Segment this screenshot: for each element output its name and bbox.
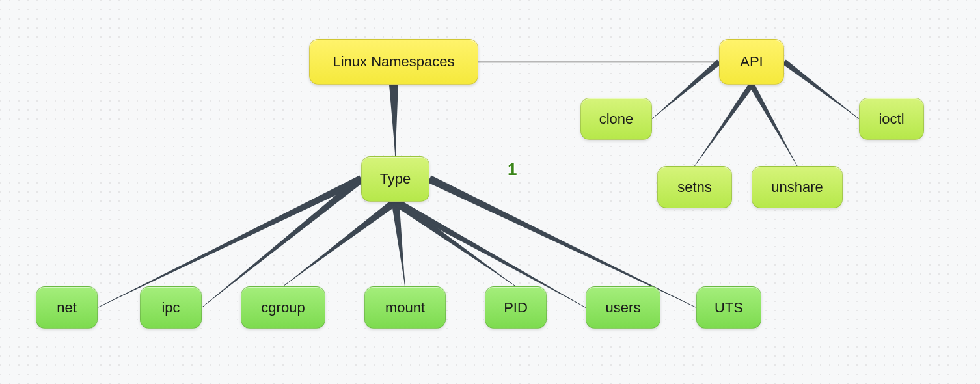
- node-label: setns: [677, 179, 712, 196]
- svg-line-2: [784, 62, 859, 119]
- node-label: UTS: [715, 299, 743, 316]
- node-label: ioctl: [878, 111, 904, 128]
- node-pid[interactable]: PID: [485, 286, 547, 329]
- svg-line-4: [752, 85, 797, 166]
- edge-type-cgroup: [283, 199, 398, 286]
- node-net[interactable]: net: [36, 286, 98, 329]
- node-label: unshare: [771, 179, 823, 196]
- node-setns[interactable]: setns: [657, 166, 732, 208]
- svg-line-3: [695, 85, 752, 166]
- edge-api-setns: [695, 83, 754, 166]
- node-label: API: [740, 53, 763, 70]
- node-label: clone: [599, 111, 634, 128]
- node-label: ipc: [161, 299, 180, 316]
- node-label: PID: [504, 299, 528, 316]
- mindmap-canvas: Linux Namespaces API Type clone ioctl se…: [0, 0, 980, 384]
- edge-type-mount: [392, 201, 405, 286]
- node-cgroup[interactable]: cgroup: [241, 286, 325, 329]
- edge-type-net: [98, 176, 363, 308]
- node-ioctl[interactable]: ioctl: [859, 98, 924, 140]
- node-api[interactable]: API: [719, 39, 784, 85]
- node-linux-namespaces[interactable]: Linux Namespaces: [309, 39, 478, 85]
- svg-line-7: [283, 202, 396, 286]
- svg-line-1: [652, 62, 719, 119]
- node-type[interactable]: Type: [361, 156, 429, 202]
- node-label: Linux Namespaces: [333, 53, 454, 70]
- node-unshare[interactable]: unshare: [752, 166, 843, 208]
- edge-api-clone: [652, 60, 721, 119]
- svg-line-9: [396, 202, 516, 286]
- node-label: Type: [380, 171, 411, 187]
- edge-api-unshare: [749, 83, 797, 166]
- node-ipc[interactable]: ipc: [140, 286, 202, 329]
- node-clone[interactable]: clone: [580, 98, 652, 140]
- annotation-badge: 1: [508, 159, 517, 180]
- node-users[interactable]: users: [586, 286, 660, 329]
- node-mount[interactable]: mount: [364, 286, 446, 329]
- node-label: mount: [385, 299, 425, 316]
- edge-type-pid: [393, 199, 515, 286]
- svg-line-8: [396, 202, 405, 286]
- annotation-text: 1: [508, 159, 517, 179]
- node-label: users: [606, 299, 641, 316]
- edge-api-ioctl: [782, 59, 859, 118]
- svg-line-0: [394, 85, 396, 156]
- node-label: net: [57, 299, 77, 316]
- node-uts[interactable]: UTS: [696, 286, 761, 329]
- node-label: cgroup: [261, 299, 305, 316]
- edge-root-type: [389, 85, 398, 156]
